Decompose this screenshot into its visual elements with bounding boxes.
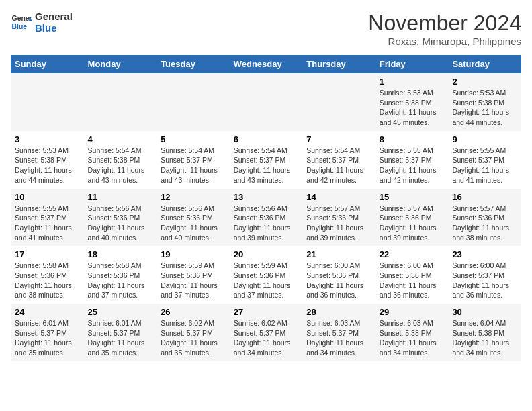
calendar-cell: 25Sunrise: 6:01 AMSunset: 5:37 PMDayligh… — [84, 304, 157, 361]
day-info: Sunrise: 6:01 AMSunset: 5:37 PMDaylight:… — [15, 318, 80, 358]
day-number: 14 — [306, 192, 371, 202]
title-block: November 2024 Roxas, Mimaropa, Philippin… — [368, 11, 521, 47]
day-number: 1 — [380, 77, 445, 87]
day-number: 4 — [88, 134, 153, 144]
weekday-header: Tuesday — [157, 55, 230, 73]
calendar-cell: 10Sunrise: 5:55 AMSunset: 5:37 PMDayligh… — [11, 189, 84, 246]
day-number: 29 — [380, 307, 445, 317]
weekday-header: Thursday — [302, 55, 375, 73]
calendar-cell — [11, 73, 84, 131]
calendar-cell: 4Sunrise: 5:54 AMSunset: 5:38 PMDaylight… — [84, 131, 157, 189]
day-number: 17 — [15, 249, 80, 259]
calendar-cell: 28Sunrise: 6:03 AMSunset: 5:37 PMDayligh… — [302, 304, 375, 361]
day-number: 18 — [88, 249, 153, 259]
day-number: 2 — [452, 77, 517, 87]
day-info: Sunrise: 6:00 AMSunset: 5:37 PMDaylight:… — [452, 261, 517, 300]
calendar-week-row: 3Sunrise: 5:53 AMSunset: 5:38 PMDaylight… — [11, 131, 521, 189]
day-number: 26 — [161, 307, 226, 317]
day-info: Sunrise: 5:54 AMSunset: 5:38 PMDaylight:… — [88, 146, 153, 185]
weekday-header: Wednesday — [230, 55, 303, 73]
logo: General Blue General Blue — [11, 11, 73, 34]
day-number: 13 — [234, 192, 299, 202]
logo-text-blue: Blue — [35, 22, 73, 34]
day-info: Sunrise: 5:56 AMSunset: 5:36 PMDaylight:… — [88, 203, 153, 243]
logo-icon: General Blue — [11, 11, 32, 33]
day-info: Sunrise: 5:53 AMSunset: 5:38 PMDaylight:… — [15, 146, 80, 185]
day-number: 12 — [161, 192, 226, 202]
calendar-cell — [302, 73, 375, 131]
calendar-cell: 24Sunrise: 6:01 AMSunset: 5:37 PMDayligh… — [11, 304, 84, 361]
day-number: 23 — [452, 249, 517, 259]
month-title: November 2024 — [368, 11, 521, 36]
calendar-week-row: 17Sunrise: 5:58 AMSunset: 5:36 PMDayligh… — [11, 246, 521, 304]
day-info: Sunrise: 5:59 AMSunset: 5:36 PMDaylight:… — [161, 261, 226, 300]
calendar-cell: 30Sunrise: 6:04 AMSunset: 5:38 PMDayligh… — [448, 304, 521, 361]
day-info: Sunrise: 6:00 AMSunset: 5:36 PMDaylight:… — [306, 261, 371, 300]
calendar-cell: 29Sunrise: 6:03 AMSunset: 5:38 PMDayligh… — [375, 304, 449, 361]
day-info: Sunrise: 5:57 AMSunset: 5:36 PMDaylight:… — [380, 203, 445, 243]
day-info: Sunrise: 5:54 AMSunset: 5:37 PMDaylight:… — [161, 146, 226, 185]
day-number: 6 — [234, 134, 299, 144]
day-info: Sunrise: 5:56 AMSunset: 5:36 PMDaylight:… — [161, 203, 226, 243]
calendar-cell: 8Sunrise: 5:55 AMSunset: 5:37 PMDaylight… — [375, 131, 449, 189]
day-info: Sunrise: 5:55 AMSunset: 5:37 PMDaylight:… — [452, 146, 517, 185]
weekday-header: Friday — [375, 55, 449, 73]
calendar-cell: 21Sunrise: 6:00 AMSunset: 5:36 PMDayligh… — [302, 246, 375, 304]
calendar-cell — [230, 73, 303, 131]
calendar-body: 1Sunrise: 5:53 AMSunset: 5:38 PMDaylight… — [11, 73, 521, 361]
calendar-table: SundayMondayTuesdayWednesdayThursdayFrid… — [11, 55, 521, 361]
calendar-cell: 7Sunrise: 5:54 AMSunset: 5:37 PMDaylight… — [302, 131, 375, 189]
day-info: Sunrise: 5:57 AMSunset: 5:36 PMDaylight:… — [306, 203, 371, 243]
day-number: 24 — [15, 307, 80, 317]
day-info: Sunrise: 5:56 AMSunset: 5:36 PMDaylight:… — [234, 203, 299, 243]
day-info: Sunrise: 5:53 AMSunset: 5:38 PMDaylight:… — [452, 88, 517, 128]
page-header: General Blue General Blue November 2024 … — [11, 11, 521, 47]
calendar-cell: 26Sunrise: 6:02 AMSunset: 5:37 PMDayligh… — [157, 304, 230, 361]
day-info: Sunrise: 6:04 AMSunset: 5:38 PMDaylight:… — [452, 318, 517, 358]
calendar-cell: 18Sunrise: 5:58 AMSunset: 5:36 PMDayligh… — [84, 246, 157, 304]
day-info: Sunrise: 5:54 AMSunset: 5:37 PMDaylight:… — [306, 146, 371, 185]
day-number: 19 — [161, 249, 226, 259]
day-number: 15 — [380, 192, 445, 202]
day-info: Sunrise: 5:53 AMSunset: 5:38 PMDaylight:… — [380, 88, 445, 128]
day-number: 9 — [452, 134, 517, 144]
day-number: 7 — [306, 134, 371, 144]
day-number: 8 — [380, 134, 445, 144]
day-number: 16 — [452, 192, 517, 202]
header-row: SundayMondayTuesdayWednesdayThursdayFrid… — [11, 55, 521, 73]
day-info: Sunrise: 6:03 AMSunset: 5:38 PMDaylight:… — [380, 318, 445, 358]
calendar-cell: 1Sunrise: 5:53 AMSunset: 5:38 PMDaylight… — [375, 73, 449, 131]
day-number: 3 — [15, 134, 80, 144]
day-number: 11 — [88, 192, 153, 202]
calendar-cell: 13Sunrise: 5:56 AMSunset: 5:36 PMDayligh… — [230, 189, 303, 246]
svg-text:Blue: Blue — [12, 23, 28, 30]
weekday-header: Sunday — [11, 55, 84, 73]
day-info: Sunrise: 5:55 AMSunset: 5:37 PMDaylight:… — [15, 203, 80, 243]
day-number: 22 — [380, 249, 445, 259]
logo-text-general: General — [35, 11, 73, 22]
day-info: Sunrise: 5:59 AMSunset: 5:36 PMDaylight:… — [234, 261, 299, 300]
calendar-week-row: 1Sunrise: 5:53 AMSunset: 5:38 PMDaylight… — [11, 73, 521, 131]
calendar-cell: 2Sunrise: 5:53 AMSunset: 5:38 PMDaylight… — [448, 73, 521, 131]
day-number: 21 — [306, 249, 371, 259]
day-info: Sunrise: 6:01 AMSunset: 5:37 PMDaylight:… — [88, 318, 153, 358]
calendar-cell — [84, 73, 157, 131]
calendar-cell: 15Sunrise: 5:57 AMSunset: 5:36 PMDayligh… — [375, 189, 449, 246]
day-info: Sunrise: 5:55 AMSunset: 5:37 PMDaylight:… — [380, 146, 445, 185]
day-number: 28 — [306, 307, 371, 317]
day-number: 27 — [234, 307, 299, 317]
weekday-header: Monday — [84, 55, 157, 73]
calendar-cell: 27Sunrise: 6:02 AMSunset: 5:37 PMDayligh… — [230, 304, 303, 361]
day-info: Sunrise: 6:02 AMSunset: 5:37 PMDaylight:… — [234, 318, 299, 358]
calendar-cell: 17Sunrise: 5:58 AMSunset: 5:36 PMDayligh… — [11, 246, 84, 304]
day-info: Sunrise: 6:00 AMSunset: 5:36 PMDaylight:… — [380, 261, 445, 300]
day-info: Sunrise: 5:58 AMSunset: 5:36 PMDaylight:… — [88, 261, 153, 300]
day-number: 25 — [88, 307, 153, 317]
day-number: 5 — [161, 134, 226, 144]
calendar-header: SundayMondayTuesdayWednesdayThursdayFrid… — [11, 55, 521, 73]
calendar-cell: 19Sunrise: 5:59 AMSunset: 5:36 PMDayligh… — [157, 246, 230, 304]
calendar-cell: 11Sunrise: 5:56 AMSunset: 5:36 PMDayligh… — [84, 189, 157, 246]
day-info: Sunrise: 5:58 AMSunset: 5:36 PMDaylight:… — [15, 261, 80, 300]
calendar-cell: 20Sunrise: 5:59 AMSunset: 5:36 PMDayligh… — [230, 246, 303, 304]
calendar-cell: 9Sunrise: 5:55 AMSunset: 5:37 PMDaylight… — [448, 131, 521, 189]
